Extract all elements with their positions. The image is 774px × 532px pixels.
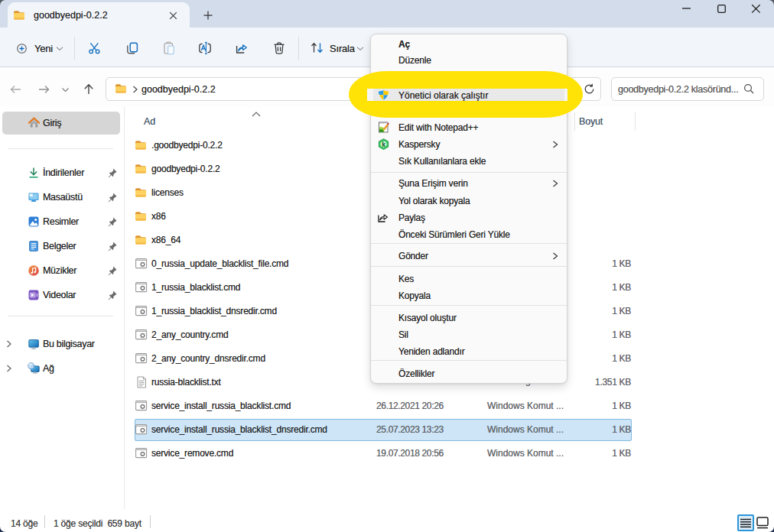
svg-text:k: k — [382, 141, 385, 148]
